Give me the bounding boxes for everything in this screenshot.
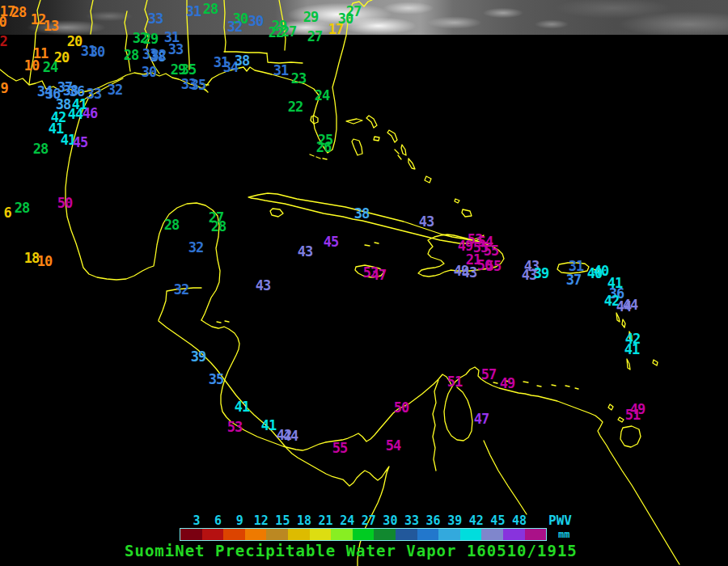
station-value: 40 bbox=[594, 264, 608, 278]
station-value: 43 bbox=[419, 215, 434, 229]
station-value: 22 bbox=[269, 26, 283, 40]
station-value: 55 bbox=[332, 441, 347, 455]
station-value: 32 bbox=[174, 283, 188, 297]
station-value: 50 bbox=[57, 196, 72, 210]
station-value: 43 bbox=[298, 245, 312, 259]
station-value: 47 bbox=[474, 412, 489, 426]
station-value: 28 bbox=[211, 220, 226, 234]
station-value: 10 bbox=[37, 255, 52, 268]
station-value: 10 bbox=[24, 59, 39, 73]
station-value: 20 bbox=[67, 35, 82, 49]
station-value: 0 bbox=[0, 15, 6, 29]
station-value: 41 bbox=[261, 419, 276, 433]
station-value: 46 bbox=[83, 107, 97, 120]
station-value: 22 bbox=[288, 100, 303, 114]
station-value: 45 bbox=[73, 136, 87, 150]
station-value: 32 bbox=[227, 20, 242, 34]
station-value: 28 bbox=[124, 49, 138, 62]
station-value: 49 bbox=[500, 377, 514, 391]
station-value: 28 bbox=[33, 142, 48, 156]
station-value: 35 bbox=[181, 63, 196, 77]
station-value: 45 bbox=[324, 235, 338, 249]
station-value: 17 bbox=[328, 23, 343, 36]
station-value: 32 bbox=[151, 49, 166, 62]
station-value: 28 bbox=[203, 2, 218, 16]
station-value: 30 bbox=[248, 15, 263, 28]
station-value: 32 bbox=[188, 241, 203, 255]
station-value: 35 bbox=[191, 78, 205, 92]
station-value: 55 bbox=[484, 244, 498, 258]
station-value: 9 bbox=[0, 82, 7, 95]
station-value: 51 bbox=[625, 408, 640, 422]
station-value: 37 bbox=[566, 273, 581, 287]
station-value: 41 bbox=[235, 400, 249, 414]
station-value: 13 bbox=[44, 19, 58, 33]
station-value: 39 bbox=[191, 350, 205, 364]
station-value: 31 bbox=[273, 64, 288, 78]
station-value: 27 bbox=[307, 30, 322, 44]
station-value: 27 bbox=[281, 25, 296, 39]
pwv-map-screen: 1728012132112020102493130283229303833323… bbox=[0, 0, 728, 566]
station-value: 55 bbox=[486, 260, 501, 273]
station-value: 41 bbox=[624, 343, 639, 357]
station-value: 23 bbox=[291, 72, 306, 86]
station-value: 24 bbox=[315, 89, 329, 103]
station-value: 44 bbox=[283, 429, 298, 443]
station-value: 57 bbox=[481, 368, 496, 382]
station-value: 30 bbox=[90, 45, 104, 59]
station-value: 30 bbox=[142, 65, 156, 79]
station-value: 28 bbox=[164, 218, 179, 232]
station-value: 33 bbox=[148, 12, 163, 26]
station-value: 35 bbox=[209, 373, 223, 386]
station-value: 29 bbox=[303, 11, 318, 24]
station-value: 33 bbox=[87, 87, 101, 101]
station-value: 53 bbox=[227, 420, 242, 434]
station-value: 38 bbox=[235, 54, 249, 68]
station-value: 28 bbox=[15, 201, 29, 215]
station-value: 43 bbox=[462, 266, 476, 280]
station-value: 31 bbox=[186, 5, 201, 19]
station-value: 6 bbox=[3, 206, 11, 220]
station-value: 47 bbox=[371, 268, 386, 282]
station-value: 44 bbox=[623, 298, 637, 312]
station-value: 33 bbox=[168, 43, 183, 57]
station-value: 38 bbox=[354, 207, 369, 221]
station-value: 50 bbox=[394, 401, 408, 415]
station-value: 54 bbox=[386, 439, 400, 453]
station-value: 51 bbox=[447, 375, 462, 389]
station-values-layer: 1728012132112020102493130283229303833323… bbox=[0, 0, 728, 566]
station-value: 26 bbox=[316, 141, 331, 154]
station-value: 39 bbox=[534, 267, 548, 281]
station-value: 2 bbox=[0, 35, 7, 49]
station-value: 32 bbox=[108, 83, 122, 97]
station-value: 43 bbox=[256, 279, 270, 293]
station-value: 24 bbox=[43, 61, 57, 74]
station-value: 44 bbox=[68, 108, 83, 121]
station-value: 28 bbox=[11, 6, 26, 19]
station-value: 29 bbox=[143, 32, 158, 46]
